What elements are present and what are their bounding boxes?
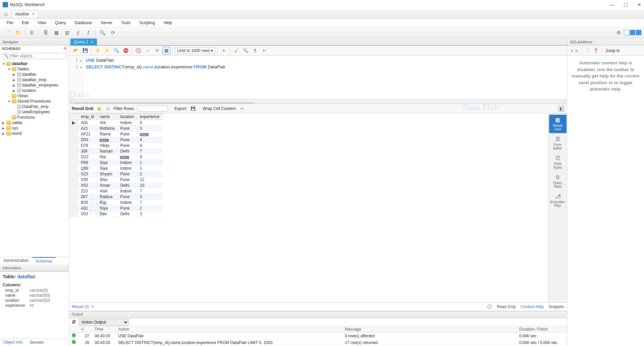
tree-node[interactable]: ▼Stored Procedures [0,99,69,104]
rollback-button[interactable]: ✖ [153,47,161,55]
table-row[interactable]: S23ShyamPune2 [69,171,162,177]
refresh-icon[interactable]: ⟲ [63,46,67,51]
invisible-chars-button[interactable]: ¶ [251,47,259,55]
menu-view[interactable]: View [34,20,50,26]
action-row[interactable]: 2800:43:03SELECT DISTINCT(emp_id),name,l… [69,339,567,346]
table-row[interactable]: O12NiaNULL9 [69,154,162,160]
stop-button[interactable]: ⛔ [122,47,130,55]
menu-file[interactable]: File [3,20,16,26]
result-grid-view-button[interactable]: ▦Result Grid [549,115,567,133]
new-sql-tab-button[interactable]: 📄 [3,28,12,37]
execute-current-button[interactable]: ⚡ [103,47,111,55]
table-row[interactable]: D03NULLPune4 [69,137,162,143]
table-row[interactable]: AF21RamaPuneNULL [69,131,162,137]
tree-node[interactable]: ▼Tables [0,66,69,72]
new-procedure-button[interactable]: ⨍ [73,28,83,37]
result-tab[interactable]: Result 15 ✕ [72,304,94,309]
context-help-tab[interactable]: Context Help [521,304,544,309]
tree-node[interactable]: ▶dataflair_employees [0,82,69,88]
menu-database[interactable]: Database [71,20,95,26]
menu-help[interactable]: Help [160,20,175,26]
column-header[interactable]: location [117,114,137,120]
action-row[interactable]: 2700:43:03USE DataFlair0 row(s) affected… [69,333,567,339]
save-file-button[interactable]: 💾 [81,47,89,55]
filter-rows-input[interactable] [138,106,168,112]
column-header[interactable]: name [97,114,117,120]
horizontal-scrollbar[interactable]: ‹ › [69,99,567,104]
form-editor-button[interactable]: ☰Form Editor [549,134,567,152]
tree-node[interactable]: Functions [0,115,69,120]
filter-objects-input[interactable] [10,54,65,58]
home-button[interactable]: ⌂ [2,10,10,18]
close-icon[interactable]: ✕ [32,12,35,16]
panel-split-icon[interactable]: ◧ [558,106,564,112]
beautify-button[interactable]: ★ [220,47,228,55]
menu-query[interactable]: Query [52,20,69,26]
tree-node[interactable]: ▶dataflair [0,72,69,77]
tree-node[interactable]: ▶sakila [0,120,69,125]
maximize-button[interactable]: ▢ [624,2,628,7]
commit-disabled-button[interactable]: 🚫 [134,47,142,55]
output-type-select[interactable]: Action Output [78,319,129,326]
new-view-button[interactable]: ▥ [62,28,72,37]
tree-node[interactable]: DataFlair_emp [0,104,69,109]
table-row[interactable]: B35RajIndore7 [69,200,162,206]
menu-edit[interactable]: Edit [18,20,32,26]
tree-node[interactable]: viewEmployees [0,109,69,115]
wrap-icon[interactable]: ↩ [239,106,245,112]
close-icon[interactable]: ✕ [91,304,94,309]
result-grid[interactable]: emp_idnamelocationexperience ▶A01ArtiInd… [69,113,548,302]
toggle-left-panel[interactable] [624,30,629,35]
tab-object-info[interactable]: Object Info [0,339,26,346]
column-header[interactable]: emp_id [78,114,97,120]
scroll-left-icon[interactable]: ‹ [69,100,74,103]
table-row[interactable]: A21RidhimaPune3 [69,126,162,131]
open-file-button[interactable]: 📂 [72,47,80,55]
new-schema-button[interactable]: 🗄 [41,28,50,37]
reconnect-button[interactable]: ⟳ [108,28,118,37]
toggle-right-panel[interactable] [636,30,641,35]
menu-scripting[interactable]: Scripting [136,20,158,26]
close-button[interactable]: ✕ [637,2,641,7]
tab-session[interactable]: Session [26,339,47,346]
table-row[interactable]: Z23AishIndore7 [69,188,162,194]
table-row[interactable]: J08NamanDelhi7 [69,149,162,154]
query-stats-button[interactable]: ≣Query Stats [549,172,567,190]
execution-plan-button[interactable]: ⎇Execution Plan [549,191,567,210]
table-row[interactable]: ▶A01ArtiIndore5 [69,120,162,126]
tab-schemas[interactable]: Schemas [32,257,56,264]
grid-icon[interactable]: ▦ [96,106,102,112]
sql-editor[interactable]: 1●2● USE DataFlair;SELECT DISTINCT(emp_i… [69,56,567,99]
field-types-button[interactable]: ☷Field Types [549,153,567,171]
tree-node[interactable]: Views [0,93,69,99]
info-icon[interactable]: i [487,304,492,309]
tree-node[interactable]: ▶world [0,131,69,136]
commit-button[interactable]: ✔ [144,47,152,55]
table-row[interactable]: P89SiyaIndore1 [69,160,162,166]
column-header[interactable]: experience [137,114,162,120]
table-row[interactable]: V03DevDelhi3 [69,211,162,217]
sql-code-area[interactable]: USE DataFlair;SELECT DISTINCT(emp_id),na… [83,56,228,99]
inspector-button[interactable]: 🛈 [27,28,37,37]
autocommit-toggle[interactable]: ▦ [162,47,170,55]
nav-back-icon[interactable]: ◀ [570,48,573,53]
execute-button[interactable]: ⚡ [94,47,102,55]
tree-node[interactable]: ▶sys [0,125,69,131]
help-editor-icon[interactable]: 📄 [586,48,591,53]
minimize-button[interactable]: — [609,2,614,7]
table-row[interactable]: V03ShivPune12 [69,177,162,183]
menu-tools[interactable]: Tools [118,20,134,26]
limit-rows-select[interactable]: Limit to 1000 rows▾ [175,47,215,54]
find-button[interactable]: 🔍 [241,47,250,55]
settings-button[interactable]: ⚙ [614,28,623,37]
toggle-bottom-panel[interactable] [630,30,635,35]
open-sql-file-button[interactable]: 📁 [13,28,23,37]
connection-tab[interactable]: dataflair ✕ [12,10,38,17]
help-cursor-icon[interactable]: ❓ [593,48,598,53]
export-icon[interactable]: 💾 [190,106,196,112]
tree-node[interactable]: ▶location [0,88,69,93]
tree-node[interactable]: ▶dataflair_emp [0,77,69,82]
snippets-tab[interactable]: Snippets [548,304,564,309]
table-row[interactable]: A01NiyaPune2 [69,206,162,211]
tab-administration[interactable]: Administration [0,257,32,264]
